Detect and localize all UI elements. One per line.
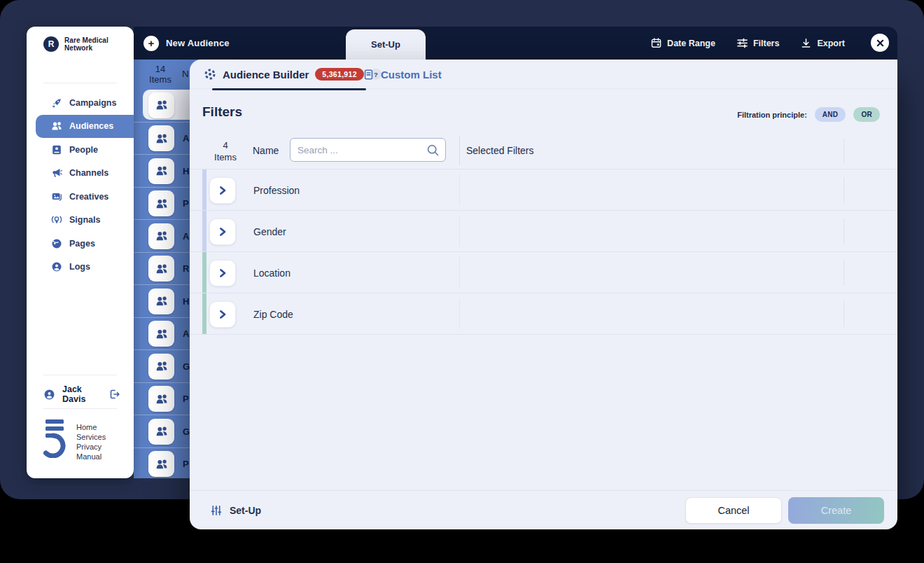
sidebar-item-logs[interactable]: Logs	[27, 256, 134, 279]
audience-name-partial: P	[183, 383, 189, 416]
expand-filter-button[interactable]	[209, 260, 236, 286]
filter-group-strip	[202, 293, 206, 334]
new-audience-label: New Audience	[166, 38, 230, 48]
column-divider	[459, 216, 460, 246]
audience-item-button[interactable]	[148, 190, 174, 216]
navbar-actions: Date Range Filters Export	[650, 27, 845, 60]
sidebar-item-channels[interactable]: Channels	[27, 162, 134, 185]
sidebar-item-creatives[interactable]: Creatives	[27, 185, 134, 208]
filters-title: Filters	[202, 104, 242, 120]
search-input[interactable]	[298, 139, 424, 161]
sidebar-item-label: Logs	[69, 262, 90, 272]
footer-link-manual[interactable]: Manual	[76, 452, 106, 461]
audience-item-button[interactable]	[148, 354, 174, 380]
filter-name: Zip Code	[253, 293, 293, 335]
or-toggle[interactable]: OR	[853, 107, 880, 122]
audience-name-partial: G	[183, 415, 190, 448]
expand-filter-button[interactable]	[209, 301, 236, 328]
filter-name: Location	[253, 252, 290, 293]
audience-item-button[interactable]	[148, 223, 174, 249]
chevron-right-icon	[217, 309, 228, 320]
document-icon	[363, 69, 374, 81]
audience-item-button[interactable]	[148, 386, 174, 412]
people-icon	[155, 197, 168, 210]
sidebar-item-label: Channels	[69, 168, 108, 178]
people-icon	[155, 295, 168, 307]
filter-row-location: Location	[190, 252, 897, 293]
audience-item-button[interactable]	[148, 125, 174, 151]
sidebar-item-audiences[interactable]: Audiences	[36, 115, 134, 138]
footer-setup-label: Set-Up	[230, 505, 261, 516]
sidebar-item-pages[interactable]: Pages	[27, 232, 134, 255]
filters-label: Filters	[753, 39, 780, 48]
tab-set-up[interactable]: Set-Up	[346, 29, 426, 60]
active-tab-indicator	[212, 88, 366, 90]
logout-button[interactable]	[108, 388, 121, 401]
footer-link-privacy[interactable]: Privacy	[76, 443, 106, 452]
name-column-header: Name	[253, 145, 279, 156]
and-toggle[interactable]: AND	[815, 107, 846, 122]
expand-filter-button[interactable]	[209, 218, 236, 245]
audience-size-badge: 5,361,912	[315, 68, 363, 81]
audience-item-button[interactable]	[148, 451, 174, 477]
download-icon	[800, 37, 812, 49]
brand-logo-icon: R	[43, 36, 59, 52]
plus-icon: +	[144, 36, 159, 51]
megaphone-icon	[51, 167, 62, 179]
filter-row-profession: Profession	[190, 169, 897, 211]
people-icon	[155, 328, 168, 340]
footer-link-home[interactable]: Home	[76, 423, 106, 432]
cancel-button[interactable]: Cancel	[685, 497, 782, 524]
new-audience-button[interactable]: + New Audience	[144, 27, 230, 60]
filter-items-count: 4 Items	[208, 139, 243, 163]
audience-item-button[interactable]	[148, 158, 174, 184]
tab-custom-list-label: Custom List	[381, 69, 442, 81]
calendar-icon	[650, 37, 662, 49]
audience-builder-modal: Audience Builder 5,361,912 ? Custom List…	[190, 60, 897, 529]
tab-custom-list[interactable]: Custom List	[363, 60, 442, 89]
audience-item-button[interactable]	[148, 321, 174, 347]
people-icon	[155, 263, 168, 275]
vertical-sliders-icon	[210, 504, 223, 517]
close-button[interactable]	[871, 34, 889, 52]
audience-name-partial: A	[183, 318, 189, 351]
people-icon	[155, 360, 168, 373]
sidebar-item-signals[interactable]: Signals	[27, 209, 134, 232]
rocket-icon	[51, 97, 62, 109]
footer-setup[interactable]: Set-Up	[210, 491, 261, 530]
audience-item-button[interactable]	[148, 92, 174, 118]
selected-filters-column-header: Selected Filters	[466, 145, 533, 156]
sidebar-item-people[interactable]: People	[27, 138, 134, 161]
chevron-right-icon	[217, 226, 228, 237]
audience-item-button[interactable]	[148, 419, 174, 445]
expand-filter-button[interactable]	[209, 177, 236, 204]
people-icon	[51, 120, 62, 132]
export-button[interactable]: Export	[800, 37, 845, 49]
row-end-divider	[844, 260, 844, 286]
sidebar-item-label: Campaigns	[69, 98, 116, 108]
audience-item-button[interactable]	[148, 256, 174, 282]
column-divider	[459, 137, 460, 165]
tab-audience-builder-label: Audience Builder	[223, 69, 309, 81]
filter-search	[290, 138, 446, 162]
filter-items-count-label: Items	[208, 151, 243, 163]
people-icon	[155, 425, 168, 438]
filters-button[interactable]: Filters	[736, 37, 780, 49]
date-range-button[interactable]: Date Range	[650, 37, 715, 49]
filter-group-strip	[202, 211, 206, 251]
tab-audience-builder[interactable]: Audience Builder 5,361,912 ?	[204, 60, 382, 89]
create-button[interactable]: Create	[788, 497, 884, 524]
footer-link-services[interactable]: Services	[76, 433, 106, 442]
chevron-right-icon	[217, 185, 228, 196]
audience-item-button[interactable]	[148, 289, 174, 314]
brand: R Rare Medical Network	[43, 36, 130, 52]
audience-name-partial: P	[183, 188, 189, 221]
sidebar-item-campaigns[interactable]: Campaigns	[27, 91, 134, 114]
row-end-divider	[844, 139, 844, 164]
user-name: Jack Davis	[62, 384, 102, 404]
search-icon[interactable]	[426, 144, 440, 157]
audience-count: 14 Items	[144, 64, 177, 85]
brand-name: Rare Medical Network	[64, 36, 130, 52]
five-logo-icon	[43, 419, 67, 458]
filter-group-strip	[202, 169, 206, 210]
